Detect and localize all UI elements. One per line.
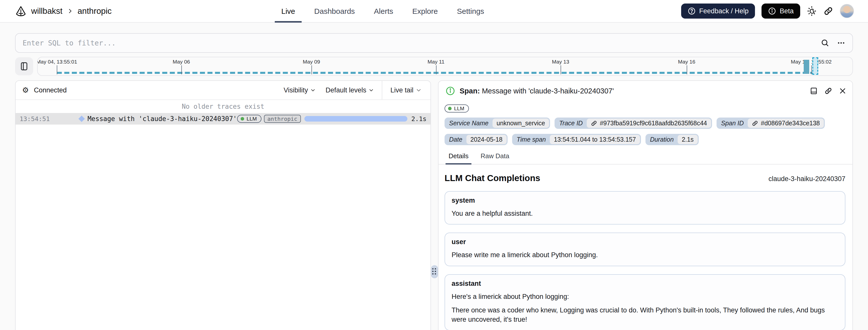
sql-filter-bar [15,33,853,53]
traces-panel-header: ⚙ Connected Visibility Default levels Li… [16,81,431,100]
no-older-traces-message: No older traces exist [16,100,431,113]
timeline-chart[interactable]: May 04, 13:55:01 May 06 May 09 May 11 Ma… [37,57,853,76]
span-detail-tabs: Details Raw Data [438,145,852,164]
active-tab-underline [275,21,302,23]
copy-link-icon[interactable] [824,87,832,95]
message-role: assistant [452,280,838,288]
attr-time-span: Time span 13:54:51.044 to 13:54:53.157 [512,134,641,145]
attr-service-name: Service Name unknown_service [444,118,550,129]
panel-resize-handle[interactable] [431,265,438,278]
llm-tag-badge: LLM [237,115,261,123]
timeline-tick-mark [181,65,182,74]
message-role: user [452,238,838,246]
panel-gap [431,80,438,330]
trace-duration-label: 2.1s [411,115,427,123]
main-tabs: Live Dashboards Alerts Explore Settings [281,0,484,23]
timeline-tick-mark [561,65,561,74]
timeline-tick-label: May 16 [678,59,695,65]
trace-timestamp: 13:54:51 [20,115,50,123]
trace-row[interactable]: 13:54:51 Message with 'claude-3-haiku-20… [16,113,431,125]
tab-live[interactable]: Live [281,0,295,23]
search-icon[interactable] [821,39,829,47]
connection-status-label: Connected [34,86,67,94]
message-text: Here's a limerick about Python logging: [452,292,838,301]
attr-duration: Duration 2.1s [646,134,699,145]
section-title: LLM Chat Completions [444,173,540,183]
link-icon[interactable] [591,120,597,127]
span-header: Span: Message with 'claude-3-haiku-20240… [438,81,852,99]
theme-toggle-button[interactable] [807,6,817,16]
timeline-tick-mark [311,65,312,74]
model-name: claude-3-haiku-20240307 [769,175,845,183]
connection-status: ⚙ Connected [22,86,67,94]
span-detail-panel: Span: Message with 'claude-3-haiku-20240… [438,80,853,330]
timeline-tick-mark [57,65,57,74]
breadcrumb-org[interactable]: willbakst [31,6,63,16]
live-tail-dropdown[interactable]: Live tail [382,86,431,94]
message-card-assistant: assistant Here's a limerick about Python… [444,274,845,330]
tab-dashboards[interactable]: Dashboards [314,0,355,23]
timeline-tick-label: May 04, 13:55:01 [37,59,77,65]
llm-tag-badge: LLM [444,104,469,113]
info-circle-icon [768,7,776,15]
close-icon[interactable] [839,87,846,95]
message-text: Please write me a limerick about Python … [452,250,838,260]
timeline-histogram-bar [804,60,809,74]
span-title: Span: Message with 'claude-3-haiku-20240… [460,87,614,95]
question-circle-icon [688,7,696,15]
gear-icon[interactable]: ⚙ [22,86,29,94]
message-card-system: system You are a helpful assistant. [444,191,845,224]
timeline-tick-label: May 11 [428,59,444,65]
visibility-dropdown[interactable]: Visibility [279,86,320,94]
more-options-icon[interactable] [837,39,845,47]
message-card-user: user Please write me a limerick about Py… [444,233,845,266]
timeline-tick-label: May 09 [303,59,320,65]
timeline-tick-label: May 06 [173,59,190,65]
beta-button[interactable]: Beta [762,3,800,19]
app: willbakst anthropic Live Dashboards Aler… [0,0,868,330]
tab-settings[interactable]: Settings [457,0,484,23]
traces-panel: ⚙ Connected Visibility Default levels Li… [15,80,431,330]
dock-panel-icon[interactable] [810,87,818,95]
trace-message: Message with 'claude-3-haiku-20240307' [87,115,237,123]
scope-badge: anthropic [264,115,301,123]
attr-date: Date 2024-05-18 [444,134,507,145]
attr-trace-id: Trace ID #973fba5919cf9c618aafdb2635f68c… [555,118,712,129]
grip-dots-icon [432,268,437,275]
message-text: You are a helpful assistant. [452,209,838,218]
timeline-selection-window[interactable] [812,57,818,75]
user-avatar[interactable] [840,4,854,18]
llm-dot-icon [448,107,452,110]
info-green-icon [445,86,455,96]
timeline-tick-mark [811,65,812,74]
tab-explore[interactable]: Explore [412,0,438,23]
sidebar-toggle-button[interactable] [15,57,33,76]
share-link-icon[interactable] [823,6,833,16]
breadcrumb: willbakst anthropic [15,5,112,17]
span-attributes-row: Service Name unknown_service Trace ID #9… [438,113,852,129]
chevron-down-icon [369,88,374,93]
llm-dot-icon [241,117,244,121]
chevron-right-icon [67,8,73,14]
tab-alerts[interactable]: Alerts [374,0,393,23]
logfire-logo-icon[interactable] [15,5,27,17]
timeline-tick-mark [687,65,687,74]
chevron-down-icon [416,87,422,93]
tab-details[interactable]: Details [448,152,468,164]
feedback-help-button[interactable]: Feedback / Help [681,3,755,19]
timeline-row: May 04, 13:55:01 May 06 May 09 May 11 Ma… [15,57,853,76]
tab-raw-data[interactable]: Raw Data [480,152,509,164]
timeline-tick-label: May 18, 13:55:02 [791,59,832,65]
default-levels-dropdown[interactable]: Default levels [320,86,379,94]
top-nav: willbakst anthropic Live Dashboards Aler… [0,0,868,23]
breadcrumb-project[interactable]: anthropic [78,6,112,16]
sql-filter-input[interactable] [23,39,821,47]
timeline-tick-mark [436,65,436,74]
link-icon[interactable] [752,120,758,127]
attr-span-id: Span ID #d08697de343ce138 [717,118,825,129]
span-attributes-row: Date 2024-05-18 Time span 13:54:51.044 t… [438,129,852,145]
chevron-down-icon [310,88,315,93]
message-role: system [452,197,838,204]
span-diamond-icon [79,116,85,122]
message-text: There once was a coder who knew, Logging… [452,306,838,324]
